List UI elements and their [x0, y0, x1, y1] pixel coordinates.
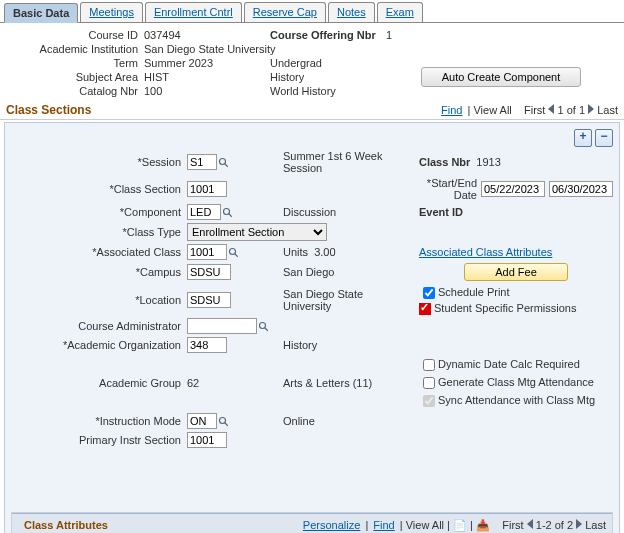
add-fee-button[interactable]: Add Fee: [464, 263, 568, 281]
add-row-button[interactable]: +: [574, 129, 592, 147]
class-section-scroll: + − *Session Summer 1st 6 Week Session C…: [4, 122, 620, 533]
lookup-icon[interactable]: [221, 206, 235, 220]
sac-label: Sync Attendance with Class Mtg: [438, 394, 595, 406]
classnbr-label: Class Nbr: [419, 156, 470, 168]
find-link[interactable]: Find: [441, 104, 462, 116]
delete-row-button[interactable]: −: [595, 129, 613, 147]
lookup-icon[interactable]: [257, 320, 271, 334]
subj-label: Subject Area: [8, 71, 138, 83]
svg-point-2: [224, 209, 230, 215]
tab-reserve-cap[interactable]: Reserve Cap: [244, 2, 326, 22]
view-all-link[interactable]: View All: [473, 104, 511, 116]
attr-find-link[interactable]: Find: [373, 519, 394, 531]
next-icon[interactable]: [588, 104, 594, 114]
svg-line-7: [265, 328, 268, 331]
top-tabs: Basic Data Meetings Enrollment Cntrl Res…: [0, 2, 624, 23]
prev-icon[interactable]: [548, 104, 554, 114]
tab-meetings[interactable]: Meetings: [80, 2, 143, 22]
class-type-select[interactable]: Enrollment Section: [187, 223, 327, 241]
inst-value: San Diego State University: [144, 43, 616, 55]
gcma-label: Generate Class Mtg Attendance: [438, 376, 594, 388]
first-link[interactable]: First: [524, 104, 545, 116]
term-value: Summer 2023: [144, 57, 264, 69]
ddc-checkbox[interactable]: [423, 359, 435, 371]
cat-label: Catalog Nbr: [8, 85, 138, 97]
svg-line-1: [225, 164, 228, 167]
tab-basic-data[interactable]: Basic Data: [4, 3, 78, 23]
schedule-print-checkbox[interactable]: [423, 287, 435, 299]
agrp-desc: Arts & Letters (11): [283, 377, 413, 389]
classnbr-value: 1913: [476, 156, 500, 168]
attr-last[interactable]: Last: [585, 519, 606, 531]
class-section-input[interactable]: [187, 181, 227, 197]
gcma-checkbox[interactable]: [423, 377, 435, 389]
location-desc: San Diego State University: [283, 288, 413, 312]
lookup-icon[interactable]: [217, 156, 231, 170]
campus-desc: San Diego: [283, 266, 413, 278]
event-id-label: Event ID: [419, 206, 463, 218]
inst-label: Academic Institution: [8, 43, 138, 55]
aorg-input[interactable]: [187, 337, 227, 353]
campus-input[interactable]: [187, 264, 231, 280]
aorg-label: *Academic Organization: [11, 339, 181, 351]
course-id-value: 037494: [144, 29, 264, 41]
section-nav: Find | View All First 1 of 1 Last: [439, 104, 618, 116]
session-desc: Summer 1st 6 Week Session: [283, 150, 413, 174]
session-input[interactable]: [187, 154, 217, 170]
attr-prev-icon[interactable]: [527, 519, 533, 529]
agrp-value: 62: [187, 377, 199, 389]
units-value: 3.00: [314, 246, 335, 258]
tab-exam[interactable]: Exam: [377, 2, 423, 22]
component-input[interactable]: [187, 204, 221, 220]
imode-desc: Online: [283, 415, 413, 427]
end-date-input[interactable]: [549, 181, 613, 197]
last-link[interactable]: Last: [597, 104, 618, 116]
imode-label: *Instruction Mode: [11, 415, 181, 427]
svg-line-9: [225, 423, 228, 426]
class-sections-bar: Class Sections Find | View All First 1 o…: [0, 101, 624, 120]
ssp-label: Student Specific Permissions: [434, 302, 576, 314]
personalize-link[interactable]: Personalize: [303, 519, 360, 531]
pis-input[interactable]: [187, 432, 227, 448]
count-text: 1 of 1: [558, 104, 586, 116]
cat-desc: World History: [270, 85, 380, 97]
download-icon[interactable]: 📥: [476, 519, 490, 531]
attr-count: 1-2 of 2: [536, 519, 573, 531]
admin-input[interactable]: [187, 318, 257, 334]
assoc-attr-link[interactable]: Associated Class Attributes: [419, 246, 552, 258]
svg-line-5: [235, 254, 238, 257]
attr-viewall[interactable]: View All: [406, 519, 444, 531]
svg-point-6: [260, 323, 266, 329]
cat-value: 100: [144, 85, 264, 97]
tab-enroll-cntrl[interactable]: Enrollment Cntrl: [145, 2, 242, 22]
campus-label: *Campus: [11, 266, 181, 278]
subj-value: HIST: [144, 71, 264, 83]
ddc-label: Dynamic Date Calc Required: [438, 358, 580, 370]
attr-next-icon[interactable]: [576, 519, 582, 529]
svg-point-8: [220, 418, 226, 424]
start-date-input[interactable]: [481, 181, 545, 197]
location-input[interactable]: [187, 292, 231, 308]
subj-desc: History: [270, 71, 380, 83]
units-label: Units: [283, 246, 308, 258]
svg-line-3: [229, 214, 232, 217]
auto-create-button[interactable]: Auto Create Component: [421, 67, 582, 87]
session-label: *Session: [11, 156, 181, 168]
tab-notes[interactable]: Notes: [328, 2, 375, 22]
imode-input[interactable]: [187, 413, 217, 429]
zoom-icon[interactable]: 📄: [453, 519, 467, 531]
course-id-label: Course ID: [8, 29, 138, 41]
attr-first[interactable]: First: [502, 519, 523, 531]
svg-point-4: [230, 249, 236, 255]
lookup-icon[interactable]: [217, 415, 231, 429]
offering-label: Course Offering Nbr: [270, 29, 380, 41]
lookup-icon[interactable]: [227, 246, 241, 260]
schedule-print-label: Schedule Print: [438, 286, 510, 298]
component-label: *Component: [11, 206, 181, 218]
assoc-class-input[interactable]: [187, 244, 227, 260]
class-sections-title: Class Sections: [6, 103, 91, 117]
location-label: *Location: [11, 294, 181, 306]
admin-label: Course Administrator: [11, 320, 181, 332]
component-desc: Discussion: [283, 206, 413, 218]
class-attr-header: Class Attributes Personalize | Find | Vi…: [12, 513, 612, 533]
